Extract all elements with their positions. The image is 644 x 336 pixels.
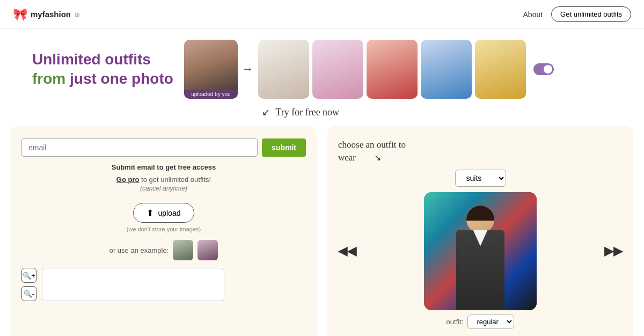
upload-label: upload bbox=[158, 209, 180, 217]
logo: 🎀 myfashion ai bbox=[13, 8, 79, 21]
outfit-type-label: outfit: bbox=[447, 318, 464, 326]
outfit-type-select[interactable]: regular slim loose bbox=[467, 315, 514, 329]
zoom-controls: 🔍+ 🔍- bbox=[21, 268, 36, 301]
hero-thumb-3 bbox=[367, 40, 418, 99]
cancel-text: (cancel anytime) bbox=[21, 185, 306, 192]
example-thumb-1[interactable] bbox=[173, 240, 193, 260]
try-free-label: ↙ Try for free now bbox=[0, 106, 623, 118]
email-input[interactable] bbox=[21, 138, 258, 157]
hero-section: Unlimited outfits from just one photo up… bbox=[0, 29, 644, 104]
uploaded-label: uploaded by you bbox=[184, 90, 238, 99]
right-panel: choose an outfit to wear ↘ suits casual … bbox=[327, 126, 633, 336]
logo-icon: 🎀 bbox=[13, 8, 27, 21]
outfit-select-row: suits casual formal sport bbox=[338, 170, 623, 187]
logo-text: myfashion bbox=[31, 10, 71, 19]
example-thumb-2[interactable] bbox=[197, 240, 218, 260]
hero-images: uploaded by you → bbox=[184, 40, 623, 99]
zoom-out-button[interactable]: 🔍- bbox=[21, 286, 36, 301]
upload-button[interactable]: ⬆ upload bbox=[133, 203, 194, 223]
go-pro-suffix: to get unlimited outfits! bbox=[139, 176, 211, 184]
outfit-person bbox=[443, 206, 518, 310]
toggle-button[interactable] bbox=[533, 63, 554, 75]
prev-outfit-button[interactable]: ◀◀ bbox=[338, 244, 356, 258]
hero-thumb-2 bbox=[312, 40, 363, 99]
hero-main-photo: uploaded by you bbox=[184, 40, 238, 99]
zoom-out-icon: 🔍- bbox=[24, 290, 34, 298]
get-unlimited-button[interactable]: Get unlimited outfits bbox=[551, 6, 631, 22]
outfit-bottom-row: outfit: regular slim loose bbox=[338, 315, 623, 329]
choose-outfit-text2: wear bbox=[338, 152, 356, 163]
hero-thumb-1 bbox=[258, 40, 309, 99]
zoom-in-icon: 🔍+ bbox=[23, 272, 35, 280]
go-pro-link[interactable]: Go pro bbox=[116, 176, 140, 184]
example-row: or use an example: bbox=[21, 240, 306, 260]
choose-outfit-label: choose an outfit to wear ↘ bbox=[338, 138, 623, 164]
email-row: submit bbox=[21, 138, 306, 157]
try-free-text: Try for free now bbox=[275, 107, 339, 118]
upload-icon: ⬆ bbox=[147, 208, 153, 218]
logo-ai: ai bbox=[75, 11, 79, 18]
hero-headline-line1: Unlimited outfits bbox=[32, 51, 151, 68]
submit-button[interactable]: submit bbox=[262, 138, 306, 157]
go-pro-text: Go pro to get unlimited outfits! bbox=[21, 176, 306, 184]
next-outfit-button[interactable]: ▶▶ bbox=[604, 244, 623, 258]
text-row: 🔍+ 🔍- bbox=[21, 268, 306, 301]
hero-text: Unlimited outfits from just one photo bbox=[32, 50, 173, 89]
about-link[interactable]: About bbox=[523, 10, 543, 19]
outfit-image-area bbox=[424, 192, 537, 310]
try-free-arrow-icon: ↙ bbox=[262, 106, 270, 118]
outfit-person-hair bbox=[466, 206, 494, 221]
choose-arrow-icon: ↘ bbox=[374, 153, 381, 162]
example-label: or use an example: bbox=[109, 246, 169, 254]
left-panel: submit Submit email to get free access G… bbox=[11, 126, 317, 336]
hero-thumb-5 bbox=[475, 40, 526, 99]
choose-outfit-text1: choose an outfit to bbox=[338, 140, 406, 150]
zoom-in-button[interactable]: 🔍+ bbox=[21, 268, 36, 283]
outfit-image-nav: ◀◀ ▶▶ bbox=[338, 192, 623, 310]
hero-headline-line2: just one photo bbox=[70, 70, 173, 87]
hero-photo-strip bbox=[258, 40, 526, 99]
main-panels: submit Submit email to get free access G… bbox=[0, 126, 644, 336]
nav-right: About Get unlimited outfits bbox=[523, 6, 631, 22]
outfit-select[interactable]: suits casual formal sport bbox=[455, 170, 506, 187]
hero-arrow: → bbox=[242, 62, 254, 76]
submit-desc: Submit email to get free access bbox=[21, 163, 306, 171]
text-area[interactable] bbox=[42, 268, 224, 301]
hero-headline-from: from bbox=[32, 70, 70, 87]
hero-thumb-4 bbox=[421, 40, 472, 99]
hero-headline: Unlimited outfits from just one photo bbox=[32, 50, 173, 89]
navbar: 🎀 myfashion ai About Get unlimited outfi… bbox=[0, 0, 644, 29]
no-store-text: (we don't store your images) bbox=[21, 226, 306, 232]
